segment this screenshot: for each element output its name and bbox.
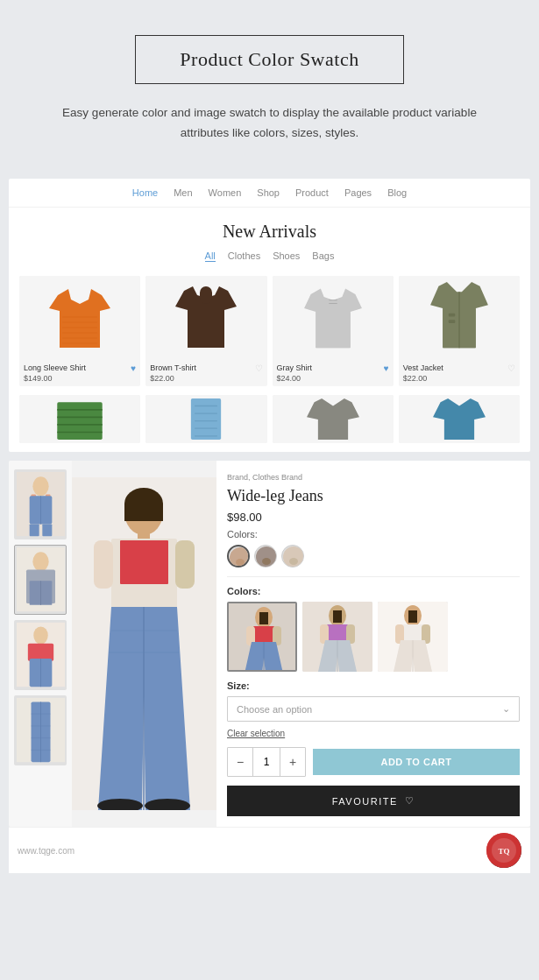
filter-tabs: All Clothes Shoes Bags (9, 247, 530, 272)
color-swatch-3[interactable] (281, 545, 304, 568)
svg-rect-25 (191, 398, 221, 439)
thumb-1[interactable] (14, 469, 67, 539)
svg-text:TQ: TQ (498, 847, 509, 856)
product-card-partial (399, 395, 520, 443)
svg-point-80 (289, 558, 298, 565)
product-name: Gray Shirt (277, 363, 313, 374)
watermark-logo: TQ (486, 833, 521, 868)
product-card[interactable]: Brown T-shirt $22.00 ♡ (145, 276, 266, 386)
thumb-2[interactable] (14, 545, 67, 615)
svg-rect-10 (200, 286, 212, 304)
nav-blog[interactable]: Blog (387, 187, 407, 198)
svg-rect-12 (316, 312, 351, 348)
svg-rect-18 (449, 314, 456, 317)
filter-clothes[interactable]: Clothes (228, 250, 260, 262)
product-card-partial (19, 395, 140, 443)
svg-rect-64 (94, 540, 113, 589)
quantity-value: 1 (252, 748, 280, 776)
thumb-4[interactable] (14, 695, 67, 765)
wishlist-icon[interactable]: ♥ (131, 363, 136, 373)
filter-shoes[interactable]: Shoes (273, 250, 300, 262)
filter-bags[interactable]: Bags (312, 250, 334, 262)
svg-rect-97 (408, 610, 417, 623)
product-image-partial (145, 395, 266, 443)
svg-rect-90 (333, 610, 342, 623)
wishlist-icon[interactable]: ♥ (384, 363, 389, 373)
products-row2 (9, 393, 530, 452)
product-price: $22.00 (150, 374, 196, 383)
product-name: Long Sleeve Shirt (24, 363, 86, 374)
color-img-swatch-2[interactable] (302, 602, 372, 672)
color-swatch-2[interactable] (254, 545, 277, 568)
nav-shop[interactable]: Shop (257, 187, 280, 198)
page-title: Product Color Swatch (180, 48, 358, 71)
quantity-control: − 1 + (227, 747, 306, 777)
product-card-partial (273, 395, 394, 443)
shop-title: New Arrivals (9, 222, 530, 242)
product-price: $24.00 (277, 374, 313, 383)
product-info: Long Sleeve Shirt $149.00 ♥ (19, 359, 140, 386)
qty-minus-button[interactable]: − (228, 748, 252, 776)
svg-point-47 (33, 626, 48, 644)
svg-rect-91 (327, 624, 348, 640)
svg-marker-32 (433, 398, 486, 439)
svg-rect-1 (60, 311, 100, 348)
product-price: $149.00 (24, 374, 86, 383)
svg-rect-84 (253, 626, 274, 642)
svg-rect-61 (124, 504, 163, 521)
colors-label-bold: Colors: (227, 586, 520, 596)
add-to-cart-button[interactable]: ADD TO CART (313, 749, 520, 775)
wishlist-icon[interactable]: ♡ (507, 363, 515, 373)
product-card[interactable]: Gray Shirt $24.00 ♥ (273, 276, 394, 386)
wishlist-icon[interactable]: ♡ (255, 363, 263, 373)
nav-pages[interactable]: Pages (344, 187, 372, 198)
size-dropdown[interactable]: Choose an option ⌄ (227, 696, 520, 722)
svg-rect-40 (42, 524, 52, 536)
nav-men[interactable]: Men (174, 187, 192, 198)
svg-point-42 (32, 552, 48, 571)
product-image-partial (273, 395, 394, 443)
clear-selection[interactable]: Clear selection (227, 729, 520, 738)
color-img-swatch-1[interactable] (227, 602, 297, 672)
divider (227, 576, 520, 577)
svg-rect-9 (188, 310, 224, 348)
header-section: Product Color Swatch Easy generate color… (0, 0, 539, 161)
thumb-3[interactable] (14, 620, 67, 690)
svg-rect-19 (449, 321, 456, 324)
color-swatch-1[interactable] (227, 545, 250, 568)
color-img-swatch-3[interactable] (378, 602, 448, 672)
product-name: Vest Jacket (403, 363, 443, 374)
svg-rect-83 (259, 612, 268, 624)
shop-demo: Home Men Women Shop Product Pages Blog N… (9, 179, 530, 452)
svg-point-34 (32, 476, 48, 496)
svg-rect-98 (402, 624, 423, 640)
qty-plus-button[interactable]: + (280, 748, 305, 776)
brand-tag: Brand, Clothes Brand (227, 473, 520, 482)
favourite-button[interactable]: FAVOURITE ♡ (227, 786, 520, 816)
product-price: $22.00 (403, 374, 443, 383)
shop-nav: Home Men Women Shop Product Pages Blog (9, 179, 530, 208)
size-placeholder: Choose an option (237, 704, 312, 715)
svg-rect-20 (57, 402, 102, 440)
color-image-swatches (227, 602, 520, 672)
product-image (399, 276, 520, 359)
product-image-partial (399, 395, 520, 443)
product-info: Vest Jacket $22.00 ♡ (399, 359, 520, 386)
qty-cart-row: − 1 + ADD TO CART (227, 747, 520, 777)
nav-home[interactable]: Home (132, 187, 158, 198)
nav-product[interactable]: Product (295, 187, 329, 198)
nav-women[interactable]: Women (209, 187, 242, 198)
subtitle: Easy generate color and image swatch to … (42, 103, 498, 144)
product-image (19, 276, 140, 359)
thumbnail-column (9, 461, 72, 828)
svg-rect-39 (29, 524, 39, 536)
title-box: Product Color Swatch (135, 35, 403, 84)
size-label: Size: (227, 680, 520, 691)
product-card[interactable]: Long Sleeve Shirt $149.00 ♥ (19, 276, 140, 386)
favourite-label: FAVOURITE (332, 796, 398, 807)
product-card[interactable]: Vest Jacket $22.00 ♡ (399, 276, 520, 386)
svg-rect-65 (175, 540, 195, 589)
bottom-bar: www.tqge.com TQ (9, 827, 530, 873)
product-info: Gray Shirt $24.00 ♥ (273, 359, 394, 386)
filter-all[interactable]: All (205, 250, 216, 262)
